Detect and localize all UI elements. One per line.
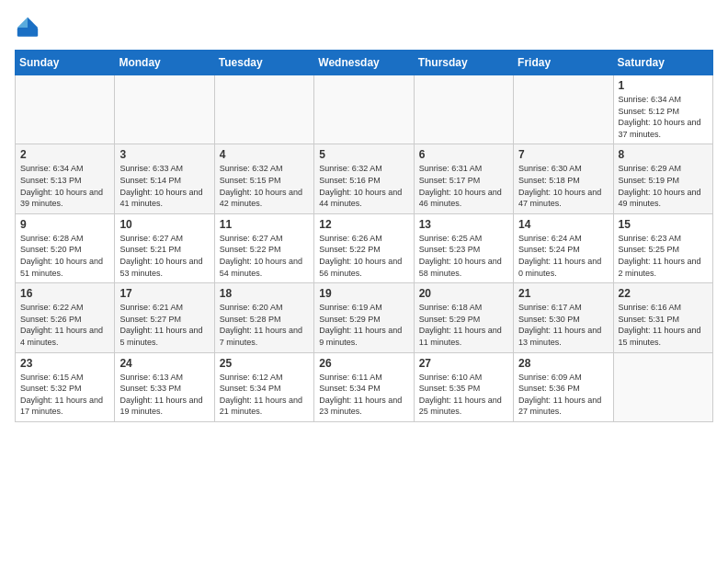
calendar-body: 1Sunrise: 6:34 AM Sunset: 5:12 PM Daylig… <box>16 75 713 422</box>
day-info: Sunrise: 6:09 AM Sunset: 5:36 PM Dayligh… <box>518 372 608 418</box>
calendar-header-row: SundayMondayTuesdayWednesdayThursdayFrid… <box>16 51 713 75</box>
day-number: 25 <box>220 357 309 370</box>
day-number: 15 <box>619 218 708 231</box>
day-info: Sunrise: 6:17 AM Sunset: 5:30 PM Dayligh… <box>518 302 608 348</box>
calendar-cell: 11Sunrise: 6:27 AM Sunset: 5:22 PM Dayli… <box>214 213 313 282</box>
day-header-thursday: Thursday <box>414 51 513 75</box>
calendar-cell <box>314 75 414 144</box>
day-number: 24 <box>119 357 209 370</box>
calendar-cell: 9Sunrise: 6:28 AM Sunset: 5:20 PM Daylig… <box>16 213 115 282</box>
calendar-cell: 17Sunrise: 6:21 AM Sunset: 5:27 PM Dayli… <box>115 283 214 352</box>
calendar-cell: 26Sunrise: 6:11 AM Sunset: 5:34 PM Dayli… <box>314 352 414 421</box>
day-number: 18 <box>220 287 309 300</box>
day-info: Sunrise: 6:24 AM Sunset: 5:24 PM Dayligh… <box>518 233 608 279</box>
day-info: Sunrise: 6:19 AM Sunset: 5:29 PM Dayligh… <box>319 302 408 348</box>
day-number: 6 <box>419 148 508 161</box>
day-info: Sunrise: 6:27 AM Sunset: 5:22 PM Dayligh… <box>220 233 309 279</box>
day-info: Sunrise: 6:11 AM Sunset: 5:34 PM Dayligh… <box>319 372 408 418</box>
calendar-week-2: 2Sunrise: 6:34 AM Sunset: 5:13 PM Daylig… <box>16 144 713 213</box>
day-number: 12 <box>319 218 408 231</box>
day-number: 1 <box>619 79 708 92</box>
calendar-cell: 1Sunrise: 6:34 AM Sunset: 5:12 PM Daylig… <box>613 75 712 144</box>
page-header <box>15 15 713 40</box>
day-info: Sunrise: 6:12 AM Sunset: 5:34 PM Dayligh… <box>220 372 309 418</box>
calendar-cell <box>613 352 712 421</box>
day-number: 2 <box>20 148 109 161</box>
calendar-week-5: 23Sunrise: 6:15 AM Sunset: 5:32 PM Dayli… <box>16 352 713 421</box>
day-info: Sunrise: 6:34 AM Sunset: 5:12 PM Dayligh… <box>619 94 708 140</box>
day-info: Sunrise: 6:18 AM Sunset: 5:29 PM Dayligh… <box>419 302 508 348</box>
day-info: Sunrise: 6:13 AM Sunset: 5:33 PM Dayligh… <box>119 372 209 418</box>
day-info: Sunrise: 6:33 AM Sunset: 5:14 PM Dayligh… <box>119 163 209 209</box>
svg-marker-1 <box>17 17 28 28</box>
calendar-cell: 8Sunrise: 6:29 AM Sunset: 5:19 PM Daylig… <box>613 144 712 213</box>
day-info: Sunrise: 6:34 AM Sunset: 5:13 PM Dayligh… <box>20 163 109 209</box>
day-number: 3 <box>119 148 209 161</box>
calendar-cell <box>514 75 613 144</box>
calendar-cell: 12Sunrise: 6:26 AM Sunset: 5:22 PM Dayli… <box>314 213 414 282</box>
day-number: 23 <box>20 357 109 370</box>
calendar-cell: 13Sunrise: 6:25 AM Sunset: 5:23 PM Dayli… <box>414 213 513 282</box>
day-number: 19 <box>319 287 408 300</box>
calendar-cell <box>214 75 313 144</box>
day-info: Sunrise: 6:30 AM Sunset: 5:18 PM Dayligh… <box>518 163 608 209</box>
day-number: 14 <box>518 218 608 231</box>
calendar-week-3: 9Sunrise: 6:28 AM Sunset: 5:20 PM Daylig… <box>16 213 713 282</box>
calendar-week-4: 16Sunrise: 6:22 AM Sunset: 5:26 PM Dayli… <box>16 283 713 352</box>
calendar-cell <box>414 75 513 144</box>
calendar-cell: 15Sunrise: 6:23 AM Sunset: 5:25 PM Dayli… <box>613 213 712 282</box>
day-header-sunday: Sunday <box>16 51 115 75</box>
calendar-cell: 19Sunrise: 6:19 AM Sunset: 5:29 PM Dayli… <box>314 283 414 352</box>
day-info: Sunrise: 6:29 AM Sunset: 5:19 PM Dayligh… <box>619 163 708 209</box>
calendar-cell: 10Sunrise: 6:27 AM Sunset: 5:21 PM Dayli… <box>115 213 214 282</box>
day-info: Sunrise: 6:10 AM Sunset: 5:35 PM Dayligh… <box>419 372 508 418</box>
svg-rect-2 <box>17 28 38 37</box>
day-number: 16 <box>20 287 109 300</box>
calendar-cell: 14Sunrise: 6:24 AM Sunset: 5:24 PM Dayli… <box>514 213 613 282</box>
calendar-cell: 28Sunrise: 6:09 AM Sunset: 5:36 PM Dayli… <box>514 352 613 421</box>
day-number: 5 <box>319 148 408 161</box>
logo <box>15 15 44 40</box>
day-info: Sunrise: 6:32 AM Sunset: 5:15 PM Dayligh… <box>220 163 309 209</box>
day-info: Sunrise: 6:22 AM Sunset: 5:26 PM Dayligh… <box>20 302 109 348</box>
calendar-cell: 22Sunrise: 6:16 AM Sunset: 5:31 PM Dayli… <box>613 283 712 352</box>
calendar-cell: 6Sunrise: 6:31 AM Sunset: 5:17 PM Daylig… <box>414 144 513 213</box>
day-number: 13 <box>419 218 508 231</box>
day-number: 20 <box>419 287 508 300</box>
calendar-cell: 20Sunrise: 6:18 AM Sunset: 5:29 PM Dayli… <box>414 283 513 352</box>
calendar-cell: 18Sunrise: 6:20 AM Sunset: 5:28 PM Dayli… <box>214 283 313 352</box>
day-info: Sunrise: 6:21 AM Sunset: 5:27 PM Dayligh… <box>119 302 209 348</box>
day-info: Sunrise: 6:26 AM Sunset: 5:22 PM Dayligh… <box>319 233 408 279</box>
day-header-friday: Friday <box>514 51 613 75</box>
day-header-saturday: Saturday <box>613 51 712 75</box>
calendar-cell: 27Sunrise: 6:10 AM Sunset: 5:35 PM Dayli… <box>414 352 513 421</box>
calendar-cell: 2Sunrise: 6:34 AM Sunset: 5:13 PM Daylig… <box>16 144 115 213</box>
day-number: 27 <box>419 357 508 370</box>
day-header-monday: Monday <box>115 51 214 75</box>
day-number: 17 <box>119 287 209 300</box>
calendar-week-1: 1Sunrise: 6:34 AM Sunset: 5:12 PM Daylig… <box>16 75 713 144</box>
day-number: 8 <box>619 148 708 161</box>
day-number: 26 <box>319 357 408 370</box>
day-header-tuesday: Tuesday <box>214 51 313 75</box>
day-info: Sunrise: 6:32 AM Sunset: 5:16 PM Dayligh… <box>319 163 408 209</box>
day-number: 4 <box>220 148 309 161</box>
day-info: Sunrise: 6:25 AM Sunset: 5:23 PM Dayligh… <box>419 233 508 279</box>
calendar-cell: 24Sunrise: 6:13 AM Sunset: 5:33 PM Dayli… <box>115 352 214 421</box>
day-info: Sunrise: 6:20 AM Sunset: 5:28 PM Dayligh… <box>220 302 309 348</box>
day-header-wednesday: Wednesday <box>314 51 414 75</box>
calendar-table: SundayMondayTuesdayWednesdayThursdayFrid… <box>15 50 713 422</box>
day-number: 22 <box>619 287 708 300</box>
day-number: 11 <box>220 218 309 231</box>
day-info: Sunrise: 6:23 AM Sunset: 5:25 PM Dayligh… <box>619 233 708 279</box>
day-number: 28 <box>518 357 608 370</box>
day-number: 9 <box>20 218 109 231</box>
calendar-cell: 7Sunrise: 6:30 AM Sunset: 5:18 PM Daylig… <box>514 144 613 213</box>
calendar-cell: 4Sunrise: 6:32 AM Sunset: 5:15 PM Daylig… <box>214 144 313 213</box>
calendar-cell: 25Sunrise: 6:12 AM Sunset: 5:34 PM Dayli… <box>214 352 313 421</box>
day-info: Sunrise: 6:27 AM Sunset: 5:21 PM Dayligh… <box>119 233 209 279</box>
day-info: Sunrise: 6:31 AM Sunset: 5:17 PM Dayligh… <box>419 163 508 209</box>
day-info: Sunrise: 6:16 AM Sunset: 5:31 PM Dayligh… <box>619 302 708 348</box>
day-info: Sunrise: 6:15 AM Sunset: 5:32 PM Dayligh… <box>20 372 109 418</box>
svg-marker-0 <box>28 17 38 28</box>
